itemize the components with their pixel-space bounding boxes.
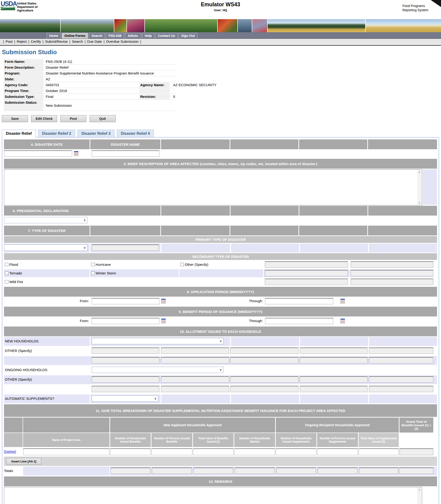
ongoing-recipient-group-header: Ongoing Recipient Households Approved: [276, 418, 399, 433]
application-from-input[interactable]: [92, 298, 159, 304]
nav-tab-help[interactable]: Help: [142, 33, 154, 38]
other-specify-field: [161, 386, 229, 392]
application-through-input[interactable]: [265, 298, 333, 304]
households-issued-benefits-input[interactable]: [110, 448, 151, 455]
benefit-from-input[interactable]: [92, 318, 159, 324]
benefit-from-label: From:: [80, 319, 89, 323]
remarks-textarea[interactable]: ∧ ∨: [4, 487, 422, 504]
filler-cell: [300, 244, 368, 252]
scroll-down-icon[interactable]: ∨: [418, 201, 421, 204]
banner-photo-golden-field: [366, 19, 441, 32]
section6-header-row: 6. PRESIDENTIAL DECLARATION: [4, 206, 437, 216]
banner-photo-family: [252, 19, 267, 32]
save-button[interactable]: Save: [2, 115, 28, 122]
tab-disaster-relief-4[interactable]: Disaster Relief 4: [117, 130, 154, 137]
tab-disaster-relief[interactable]: Disaster Relief: [2, 130, 36, 137]
other-checkbox[interactable]: [180, 263, 184, 266]
subnav-item-search[interactable]: Search: [72, 39, 83, 43]
subnav-item-submit-revise[interactable]: Submit/Revise: [45, 39, 68, 43]
persons-issued-supplements-input[interactable]: [317, 448, 358, 455]
new-households-select[interactable]: ∨: [92, 338, 223, 344]
presidential-declaration-select[interactable]: ∨: [4, 217, 88, 223]
ongoing-households-select[interactable]: ∨: [92, 367, 223, 373]
secondary-other-field: [265, 270, 348, 276]
project-table-column-header: Name of Project Area Number of Household…: [4, 433, 437, 447]
tab-disaster-relief-2[interactable]: Disaster Relief 2: [38, 130, 75, 137]
nav-tab-admin[interactable]: Admin.: [125, 33, 141, 38]
col-households-denied: Number of Households Denied: [234, 433, 275, 447]
tornado-checkbox[interactable]: [5, 271, 8, 275]
application-through-calendar-icon[interactable]: [340, 299, 345, 304]
post-button[interactable]: Post: [60, 115, 86, 122]
persons-issued-benefits-input[interactable]: [151, 448, 192, 455]
dept-line: Agriculture: [17, 9, 38, 12]
tornado-option: Tornado: [5, 271, 22, 275]
application-from-calendar-icon[interactable]: [161, 299, 166, 304]
dept-line: United States: [17, 2, 38, 5]
col-total-value-benefits: Total Value of Benefits Issued (1): [193, 433, 234, 447]
scroll-up-icon[interactable]: ∧: [418, 488, 421, 491]
secondary-other-field: [265, 279, 348, 285]
nav-tab-fns-648[interactable]: FNS-648: [106, 33, 124, 38]
section6-input-row: ∨: [4, 216, 437, 225]
other-specify-row-2: [4, 356, 437, 365]
households-denied-input[interactable]: [234, 448, 275, 455]
department-text: United States Department of Agriculture: [17, 1, 38, 12]
hurricane-checkbox[interactable]: [91, 263, 95, 266]
subnav-item-due-date[interactable]: Due Date: [87, 39, 102, 43]
flood-checkbox[interactable]: [5, 263, 8, 266]
households-issued-supplements-input[interactable]: [276, 448, 316, 455]
disaster-date-input[interactable]: [4, 151, 72, 157]
empty-header-cell: [368, 226, 437, 235]
user-label: User: HQ: [201, 8, 240, 12]
project-area-input[interactable]: [23, 448, 110, 455]
application-from-label: From:: [80, 299, 89, 303]
total-value-supplements-input[interactable]: [359, 448, 399, 455]
separator: |: [14, 39, 15, 43]
area-description-textarea[interactable]: ∧ ∨: [4, 169, 422, 205]
presidential-declaration-header: 6. PRESIDENTIAL DECLARATION: [4, 206, 160, 216]
scroll-up-icon[interactable]: ∧: [418, 170, 421, 174]
benefit-through-input[interactable]: [265, 318, 333, 324]
other-specify-field: [230, 357, 299, 363]
automatic-supplements-select[interactable]: ∨: [92, 395, 158, 402]
col-persons-issued-supplements: Number of Persons Issued Supplements: [317, 433, 358, 447]
other-specify-field: [369, 348, 433, 354]
quit-button[interactable]: Quit: [90, 115, 116, 122]
benefit-from-calendar-icon[interactable]: [161, 319, 166, 323]
nav-tab-sign-out[interactable]: Sign Out: [179, 33, 197, 38]
primary-disaster-select[interactable]: ∨: [4, 245, 88, 251]
hurricane-option: Hurricane: [91, 263, 111, 267]
disaster-date-calendar-icon[interactable]: [74, 151, 79, 156]
textarea-scrollbar[interactable]: ∧ ∨: [417, 487, 422, 504]
subnav-item-overdue-submission[interactable]: Overdue Submission: [106, 39, 139, 43]
separator: |: [85, 39, 86, 43]
subnav-item-certify[interactable]: Certify: [31, 39, 41, 43]
disaster-name-input[interactable]: [92, 151, 159, 157]
benefit-through-calendar-icon[interactable]: [340, 319, 345, 323]
edit-check-button[interactable]: Edit Check: [31, 115, 57, 122]
nav-tab-contact-us[interactable]: Contact Us: [155, 33, 178, 38]
total-value-benefits-input[interactable]: [193, 448, 234, 455]
nav-tab-online-forms[interactable]: Online Forms: [62, 33, 88, 38]
submission-status-label: Submission Status:: [4, 100, 43, 111]
delete-link[interactable]: [Delete]: [4, 450, 16, 454]
state-value: AZ: [43, 77, 177, 82]
tab-disaster-relief-3[interactable]: Disaster Relief 3: [78, 130, 115, 137]
col-total-value-supplements: Total Value of Supplements Issued (2): [359, 433, 399, 447]
winter-storm-checkbox[interactable]: [91, 271, 95, 275]
nav-tab-search[interactable]: Search: [89, 33, 105, 38]
primary-other-field: [92, 245, 159, 251]
subnav-item-reject[interactable]: Reject: [17, 39, 27, 43]
textarea-scrollbar[interactable]: ∧ ∨: [417, 170, 422, 205]
secondary-other-field: [351, 270, 433, 276]
automatic-supplements-label: AUTOMATIC SUPPLEMENTS?: [5, 397, 54, 401]
filler-cell: [300, 337, 368, 346]
banner-photo-picnic: [145, 19, 217, 32]
automatic-supplements-row: AUTOMATIC SUPPLEMENTS? ∨: [4, 394, 437, 403]
wild-fire-checkbox[interactable]: [5, 280, 8, 284]
insert-line-button[interactable]: Insert Line [Alt-1]: [6, 458, 41, 465]
subnav-item-post[interactable]: Post: [6, 39, 13, 43]
empty-header-cell: [299, 139, 367, 149]
nav-tab-home[interactable]: Home: [47, 33, 61, 38]
